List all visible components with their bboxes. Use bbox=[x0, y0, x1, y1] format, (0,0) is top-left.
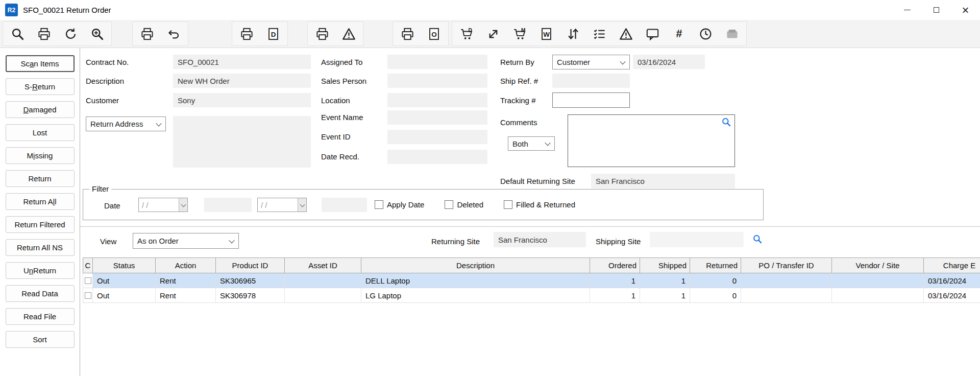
document-o-button[interactable]: O bbox=[423, 24, 445, 44]
row-checkbox[interactable] bbox=[85, 277, 91, 284]
return-by-combo[interactable]: Customer bbox=[552, 55, 630, 69]
sidebar-button-return[interactable]: Return bbox=[6, 170, 75, 187]
cell-asset-id bbox=[285, 288, 361, 302]
undo-button[interactable] bbox=[162, 24, 185, 44]
cart-m-button[interactable]: M bbox=[508, 24, 531, 44]
column-header-description[interactable]: Description bbox=[361, 258, 590, 273]
column-header-vendor-site[interactable]: Vendor / Site bbox=[832, 258, 924, 273]
column-header-ordered[interactable]: Ordered bbox=[590, 258, 640, 273]
print-button[interactable] bbox=[235, 24, 258, 44]
column-header-c[interactable]: C bbox=[83, 258, 93, 273]
date-recd-field bbox=[387, 150, 487, 164]
cart-d-button[interactable]: D bbox=[455, 24, 478, 44]
number-button[interactable]: # bbox=[668, 24, 690, 44]
row-checkbox[interactable] bbox=[85, 292, 91, 299]
shipping-site-search-icon[interactable] bbox=[752, 234, 763, 244]
date-from-input[interactable] bbox=[139, 198, 179, 212]
comments-label: Comments bbox=[500, 118, 537, 127]
sidebar-button-read-data[interactable]: Read Data bbox=[6, 285, 75, 302]
column-header-status[interactable]: Status bbox=[93, 258, 156, 273]
toolbar-group: O bbox=[393, 21, 449, 46]
column-header-action[interactable]: Action bbox=[156, 258, 216, 273]
comments-search-icon[interactable] bbox=[721, 117, 731, 127]
maximize-button[interactable] bbox=[922, 0, 951, 20]
expand-button[interactable] bbox=[482, 24, 504, 44]
refresh-button[interactable] bbox=[59, 24, 82, 44]
sidebar-button-unreturn[interactable]: UnReturn bbox=[6, 262, 75, 279]
undo-icon bbox=[167, 27, 181, 41]
minimize-button[interactable] bbox=[893, 0, 922, 20]
word-document-button[interactable]: W bbox=[535, 24, 557, 44]
sidebar-button-s-return[interactable]: S-Return bbox=[6, 78, 75, 95]
comments-mode-combo[interactable]: Both bbox=[508, 136, 555, 151]
address-type-combo[interactable]: Return Address bbox=[86, 116, 166, 131]
filled-returned-checkbox[interactable]: Filled & Returned bbox=[504, 200, 575, 209]
tracking-input[interactable] bbox=[552, 92, 630, 108]
checkbox-box[interactable] bbox=[504, 200, 512, 209]
document-d-button[interactable]: D bbox=[262, 24, 284, 44]
sidebar-button-scan-items[interactable]: Scan Items bbox=[6, 55, 75, 72]
contract-no-label: Contract No. bbox=[86, 58, 129, 67]
print-button[interactable] bbox=[311, 24, 333, 44]
customer-label: Customer bbox=[86, 96, 119, 105]
refresh-icon bbox=[64, 27, 78, 41]
sidebar-button-return-all[interactable]: Return All bbox=[6, 193, 75, 210]
sidebar-button-read-file[interactable]: Read File bbox=[6, 308, 75, 325]
sidebar-button-damaged[interactable]: Damaged bbox=[6, 101, 75, 118]
cell-description: DELL Laptop bbox=[361, 273, 590, 288]
apply-date-checkbox[interactable]: Apply Date bbox=[375, 200, 424, 209]
event-name-field bbox=[387, 110, 487, 125]
device-button bbox=[721, 24, 743, 44]
view-value: As on Order bbox=[137, 237, 179, 245]
comments-textarea[interactable] bbox=[568, 114, 735, 167]
svg-text:O: O bbox=[431, 30, 437, 38]
print-button[interactable] bbox=[396, 24, 419, 44]
date-to-input[interactable] bbox=[258, 198, 298, 212]
warning-button[interactable] bbox=[615, 24, 637, 44]
window-controls bbox=[893, 0, 980, 20]
sidebar-button-sort[interactable]: Sort bbox=[6, 331, 75, 348]
cell-asset-id bbox=[285, 273, 361, 288]
event-id-label: Event ID bbox=[321, 132, 351, 142]
print-button[interactable] bbox=[136, 24, 158, 44]
sidebar-button-lost[interactable]: Lost bbox=[6, 124, 75, 141]
comment-icon bbox=[646, 27, 659, 41]
return-by-date-field: 03/16/2024 bbox=[633, 55, 705, 69]
print-warning-button[interactable] bbox=[337, 24, 360, 44]
content: Contract No. SFO_00021 Description New W… bbox=[80, 48, 980, 376]
shipping-site-field bbox=[650, 232, 744, 247]
column-header-po-transfer-id[interactable]: PO / Transfer ID bbox=[741, 258, 832, 273]
view-combo[interactable]: As on Order bbox=[133, 233, 239, 249]
table-row[interactable]: OutRentSK306965DELL Laptop11003/16/2024 bbox=[83, 273, 980, 288]
column-header-product-id[interactable]: Product ID bbox=[216, 258, 285, 273]
search-button[interactable] bbox=[6, 24, 29, 44]
sidebar-button-missing[interactable]: Missing bbox=[6, 147, 75, 164]
checkbox-box[interactable] bbox=[445, 200, 453, 209]
sidebar-button-return-filtered[interactable]: Return Filtered bbox=[6, 216, 75, 233]
checklist-button[interactable] bbox=[588, 24, 610, 44]
sort-button[interactable] bbox=[561, 24, 584, 44]
maximize-icon bbox=[934, 7, 939, 13]
comment-button[interactable] bbox=[641, 24, 664, 44]
return-by-label: Return By bbox=[500, 58, 534, 67]
cell-action: Rent bbox=[156, 288, 216, 302]
date-from-spinner[interactable] bbox=[179, 198, 187, 212]
svg-text:#: # bbox=[676, 28, 682, 40]
print-labels-button[interactable] bbox=[33, 24, 55, 44]
document-d-icon: D bbox=[266, 27, 280, 41]
time-to-field bbox=[322, 198, 367, 212]
close-button[interactable] bbox=[951, 0, 980, 20]
deleted-checkbox[interactable]: Deleted bbox=[445, 200, 483, 209]
column-header-shipped[interactable]: Shipped bbox=[640, 258, 690, 273]
checkbox-box[interactable] bbox=[375, 200, 383, 209]
column-header-asset-id[interactable]: Asset ID bbox=[285, 258, 361, 273]
column-header-returned[interactable]: Returned bbox=[690, 258, 741, 273]
zoom-in-button[interactable] bbox=[86, 24, 108, 44]
date-to-spinner[interactable] bbox=[298, 198, 306, 212]
table-row[interactable]: OutRentSK306978LG Laptop11003/16/2024 bbox=[83, 288, 980, 303]
cell-c bbox=[83, 288, 93, 302]
clock-button[interactable] bbox=[694, 24, 717, 44]
sidebar-button-return-all-ns[interactable]: Return All NS bbox=[6, 239, 75, 256]
cell-vendor-site bbox=[832, 288, 924, 302]
column-header-charge-e[interactable]: Charge E bbox=[924, 258, 980, 273]
